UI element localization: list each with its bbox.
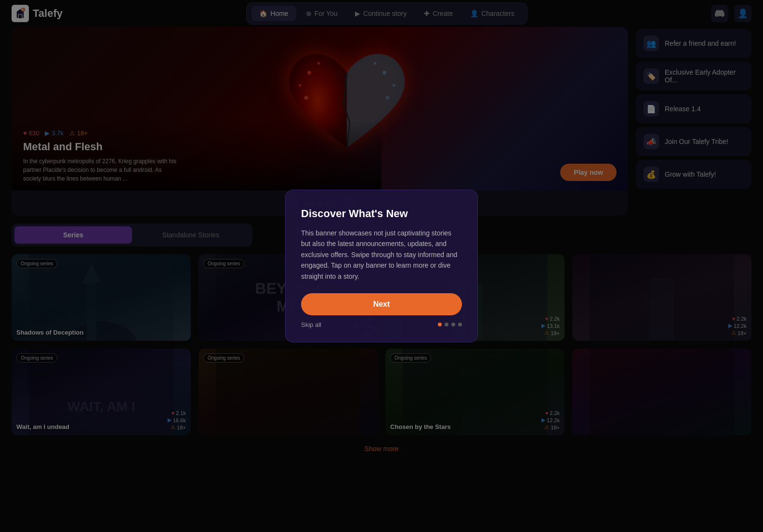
discover-modal: Discover What's New This banner showcase… [285, 190, 478, 342]
modal-footer: Skip all [301, 321, 462, 328]
modal-dot-4[interactable] [458, 323, 462, 326]
modal-dot-3[interactable] [451, 323, 455, 326]
modal-dot-2[interactable] [445, 323, 448, 326]
modal-skip-button[interactable]: Skip all [301, 321, 321, 328]
modal-dot-1[interactable] [438, 323, 442, 326]
modal-text: This banner showcases not just captivati… [301, 228, 462, 282]
modal-overlay: Discover What's New This banner showcase… [0, 0, 763, 532]
modal-title: Discover What's New [301, 208, 462, 220]
modal-dots [438, 323, 462, 326]
modal-next-button[interactable]: Next [301, 293, 462, 315]
